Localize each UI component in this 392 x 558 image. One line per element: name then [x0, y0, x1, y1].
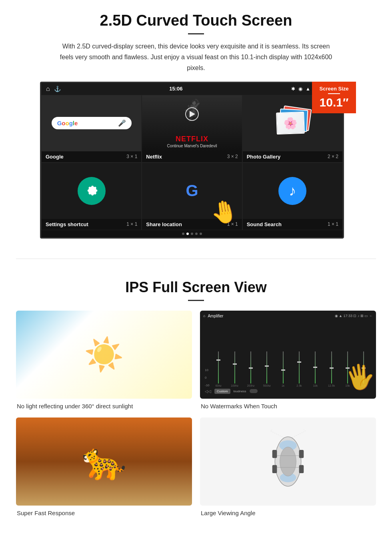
amp-toggle[interactable]: [250, 389, 258, 393]
status-bar: ⌂ ⚓ 15:06 ✱ ◉ ▲ ⊡ ♪ ⊠ ▭: [41, 83, 343, 95]
google-label: Google 3 × 1: [42, 151, 141, 162]
eq-slider-1: 60hz: [211, 351, 226, 387]
photo-gallery-name: Photo Gallery: [247, 154, 281, 160]
section-ips: IPS Full Screen View ☀️ No light reflect…: [0, 271, 392, 528]
eq-thumb-5: [281, 369, 285, 371]
app-cell-settings[interactable]: Settings shortcut 1 × 1: [41, 163, 142, 230]
status-bar-time: 15:06: [61, 86, 291, 92]
bluetooth-icon: ✱: [291, 86, 295, 92]
screen-size-value: 10.1″: [320, 96, 349, 109]
eq-thumb-2: [233, 363, 237, 365]
eq-freq-1: 60hz: [216, 384, 222, 387]
dot-5: [200, 233, 202, 235]
eq-bar-6: [299, 351, 300, 383]
android-screen: ⌂ ⚓ 15:06 ✱ ◉ ▲ ⊡ ♪ ⊠ ▭: [40, 82, 344, 239]
amp-loudness-label: loudness: [234, 389, 246, 393]
gear-icon: [83, 183, 100, 199]
google-size: 3 × 1: [126, 154, 137, 159]
dot-4: [195, 233, 198, 235]
svg-rect-9: [299, 465, 304, 473]
maps-logo: G: [186, 182, 198, 200]
eq-bar-7: [315, 351, 316, 383]
feature-cheetah-image: 🐆: [16, 417, 192, 506]
feature-car: Large Viewing Angle: [200, 417, 376, 516]
device-wrapper: Screen Size 10.1″ ⌂ ⚓ 15:06 ✱ ◉ ▲ ⊡: [40, 82, 352, 239]
feature-sunlight-image: ☀️: [16, 311, 192, 399]
time-display: 15:06: [169, 86, 182, 92]
eq-bar-2: [234, 351, 235, 383]
eq-bar-3: [250, 351, 251, 383]
eq-freq-7: 10k: [313, 384, 318, 387]
eq-freq-4: 500hz: [263, 384, 271, 387]
eq-freq-3: 200hz: [247, 384, 254, 387]
eq-thumb-8: [330, 367, 334, 369]
sun-icon: ☀️: [84, 336, 124, 373]
netflix-name: Netflix: [146, 154, 162, 160]
svg-point-3: [280, 447, 296, 476]
amp-prev-icon: ◁◁: [205, 389, 211, 393]
eq-thumb-1: [216, 359, 220, 361]
feature-cheetah-caption: Super Fast Response: [16, 510, 192, 516]
feature-amplifier-caption: No Watermarks When Touch: [200, 403, 376, 409]
home-icon[interactable]: ⌂: [46, 85, 50, 92]
app-cell-sound-search[interactable]: ♪ Sound Search 1 × 1: [242, 163, 343, 230]
app-cell-google[interactable]: Google 🎤 Google 3 × 1: [41, 95, 142, 163]
car-top-view-svg: [256, 430, 320, 494]
title-underline: [188, 33, 204, 34]
screen-size-label: Screen Size: [318, 86, 350, 92]
netflix-play-button[interactable]: [185, 107, 199, 121]
feature-sunlight: ☀️ No light reflecting under 360° direct…: [16, 311, 192, 409]
photo-gallery-size: 2 × 2: [328, 154, 338, 159]
eq-slider-5: 1k: [276, 351, 290, 387]
home-icon-amp: ⌂: [203, 314, 205, 318]
amp-title: Amplifier: [208, 314, 223, 318]
sound-search-label: Sound Search 1 × 1: [243, 219, 342, 230]
dot-2: [186, 233, 189, 235]
eq-thumb-7: [313, 367, 317, 368]
google-mic-icon[interactable]: 🎤: [118, 119, 126, 127]
netflix-label: Netflix 3 × 2: [142, 151, 242, 162]
settings-size: 1 × 1: [126, 221, 137, 227]
eq-thumb-4: [265, 365, 269, 367]
amp-header: ⌂ Amplifier ◉ ▲ 17:33 ⊡ ♪ ⊠ ▭ ←: [203, 314, 373, 318]
section2-underline: [188, 300, 204, 301]
status-bar-left: ⌂ ⚓: [46, 85, 61, 92]
app-cell-netflix[interactable]: 🦸 NETFLIX Continue Marvel's Daredevil Ne…: [142, 95, 242, 163]
location-icon: ◉: [298, 86, 302, 92]
eq-container: 100-10 60hz: [203, 321, 373, 387]
eq-bar-4: [266, 351, 267, 383]
eq-bar-1: [218, 351, 219, 383]
section-curved-touch: 2.5D Curved Touch Screen With 2.5D curve…: [0, 0, 392, 247]
eq-thumb-6: [297, 361, 301, 363]
eq-bar-8: [331, 351, 332, 383]
screen-size-badge: Screen Size 10.1″: [312, 82, 356, 113]
eq-slider-2: 100hz: [227, 351, 242, 387]
feature-amplifier: ⌂ Amplifier ◉ ▲ 17:33 ⊡ ♪ ⊠ ▭ ← 100-10: [200, 311, 376, 409]
svg-rect-7: [299, 450, 304, 458]
amp-icons: ◉ ▲ 17:33 ⊡ ♪ ⊠ ▭ ←: [335, 314, 373, 318]
flower-icon: 🌸: [283, 116, 298, 130]
play-triangle-icon: [190, 111, 195, 117]
feature-sunlight-caption: No light reflecting under 360° direct su…: [16, 403, 192, 409]
usb-icon: ⚓: [54, 86, 61, 92]
eq-freq-6: 2.5k: [296, 384, 302, 387]
cheetah-visual: 🐆: [16, 417, 192, 506]
sound-search-preview: ♪: [243, 163, 342, 219]
car-visual: [200, 417, 376, 506]
sound-circle: ♪: [278, 177, 306, 205]
netflix-subtitle: Continue Marvel's Daredevil: [167, 144, 217, 148]
settings-name: Settings shortcut: [46, 221, 88, 227]
google-preview: Google 🎤: [42, 95, 141, 151]
eq-freq-2: 100hz: [231, 384, 238, 387]
amp-custom-btn[interactable]: Custom: [214, 389, 230, 394]
pagination-dots: [41, 230, 343, 237]
app-grid-row1: Google 🎤 Google 3 × 1 🦸: [41, 95, 343, 163]
feature-car-caption: Large Viewing Angle: [200, 510, 376, 516]
photo-stack: 🌸: [276, 107, 308, 139]
google-search-bar[interactable]: Google 🎤: [52, 117, 132, 129]
badge-bar: [328, 93, 340, 94]
cheetah-icon: 🐆: [82, 440, 126, 482]
hand-eq-icon: 🖐: [343, 360, 376, 393]
app-cell-share-location[interactable]: G 🤚 Share location 1 × 1: [142, 163, 242, 230]
eq-slider-7: 10k: [308, 351, 323, 387]
